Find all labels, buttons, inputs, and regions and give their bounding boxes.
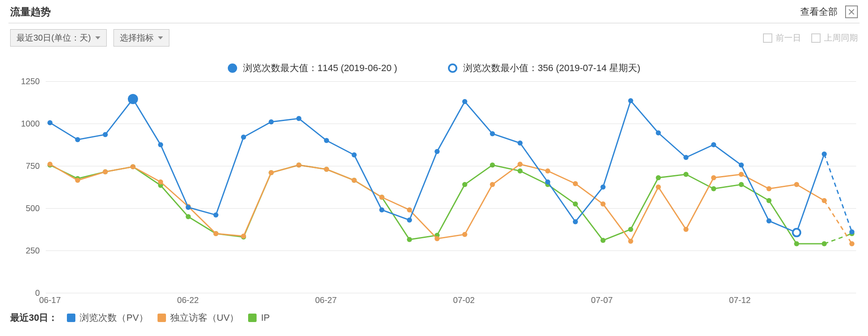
data-point[interactable] xyxy=(656,130,661,135)
x-axis-tick: 07-12 xyxy=(729,295,751,305)
data-point[interactable] xyxy=(766,186,771,191)
gridline xyxy=(46,124,856,124)
data-point[interactable] xyxy=(711,186,716,191)
data-point[interactable] xyxy=(407,237,412,242)
data-point[interactable] xyxy=(213,212,218,218)
data-point[interactable] xyxy=(656,175,661,180)
data-point[interactable] xyxy=(103,169,108,174)
x-axis-tick: 07-02 xyxy=(453,295,475,305)
data-point[interactable] xyxy=(545,179,550,185)
checkbox-icon xyxy=(811,33,821,43)
data-point[interactable] xyxy=(573,181,578,186)
data-point[interactable] xyxy=(628,98,633,103)
data-point[interactable] xyxy=(656,185,661,190)
data-point[interactable] xyxy=(351,152,357,157)
legend-bottom: 最近30日： 浏览次数（PV） 独立访客（UV） IP xyxy=(0,307,868,324)
data-point[interactable] xyxy=(407,218,412,223)
data-point[interactable] xyxy=(75,178,80,183)
ip-swatch-icon xyxy=(248,314,257,322)
data-point[interactable] xyxy=(822,241,827,246)
data-point[interactable] xyxy=(683,155,688,160)
data-point[interactable] xyxy=(490,131,495,136)
period-dropdown-label: 最近30日(单位：天) xyxy=(17,32,91,44)
data-point[interactable] xyxy=(351,178,357,183)
view-all-link[interactable]: 查看全部 xyxy=(800,6,838,18)
data-point[interactable] xyxy=(379,195,384,200)
data-point[interactable] xyxy=(683,227,688,232)
data-point[interactable] xyxy=(268,170,274,175)
data-point[interactable] xyxy=(324,138,329,143)
pv-swatch-icon xyxy=(67,314,75,322)
data-point[interactable] xyxy=(75,137,80,142)
data-point[interactable] xyxy=(628,239,633,244)
data-point[interactable] xyxy=(434,236,440,241)
data-point[interactable] xyxy=(517,168,522,174)
data-point[interactable] xyxy=(739,172,744,177)
panel-title: 流量趋势 xyxy=(10,5,51,19)
x-axis-tick: 07-07 xyxy=(591,295,613,305)
chevron-down-icon xyxy=(95,36,100,39)
metric-dropdown[interactable]: 选择指标 xyxy=(113,29,169,47)
y-axis-tick: 750 xyxy=(26,161,40,171)
data-point[interactable] xyxy=(186,214,191,219)
data-point[interactable] xyxy=(186,205,191,210)
data-point[interactable] xyxy=(794,241,799,246)
y-axis-tick: 1250 xyxy=(21,77,40,86)
data-point[interactable] xyxy=(849,229,854,234)
data-point[interactable] xyxy=(241,135,246,140)
data-point[interactable] xyxy=(130,164,135,169)
data-point[interactable] xyxy=(600,201,605,207)
data-point[interactable] xyxy=(324,167,329,172)
data-point[interactable] xyxy=(103,132,108,137)
series-line-dashed xyxy=(824,201,852,244)
data-point[interactable] xyxy=(296,116,301,121)
data-point[interactable] xyxy=(462,232,467,237)
data-point[interactable] xyxy=(573,219,578,224)
data-point[interactable] xyxy=(766,198,771,203)
data-point[interactable] xyxy=(628,227,633,232)
data-point[interactable] xyxy=(241,234,246,239)
data-point[interactable] xyxy=(462,182,467,187)
legend-uv[interactable]: 独立访客（UV） xyxy=(158,311,239,324)
data-point[interactable] xyxy=(573,201,578,207)
prev-day-checkbox[interactable]: 前一日 xyxy=(763,32,801,44)
data-point[interactable] xyxy=(822,198,827,203)
data-point[interactable] xyxy=(794,182,799,187)
legend-uv-label: 独立访客（UV） xyxy=(170,311,239,324)
data-point[interactable] xyxy=(47,120,53,125)
x-axis-tick: 06-17 xyxy=(39,295,61,305)
data-point[interactable] xyxy=(739,162,744,168)
data-point[interactable] xyxy=(739,182,744,187)
period-dropdown[interactable]: 最近30日(单位：天) xyxy=(10,29,107,47)
data-point[interactable] xyxy=(517,140,522,146)
data-point[interactable] xyxy=(600,185,605,190)
data-point[interactable] xyxy=(158,179,163,185)
series-line xyxy=(50,164,824,241)
data-point[interactable] xyxy=(490,182,495,187)
last-week-checkbox[interactable]: 上周同期 xyxy=(811,32,858,44)
max-dot-icon xyxy=(228,63,237,73)
data-point[interactable] xyxy=(158,142,163,147)
data-point[interactable] xyxy=(711,142,716,147)
checkbox-icon xyxy=(763,33,772,43)
legend-max-label: 浏览次数最大值：1145 (2019-06-20 ) xyxy=(243,62,397,74)
data-point[interactable] xyxy=(822,151,827,157)
data-point[interactable] xyxy=(490,162,495,168)
close-icon[interactable] xyxy=(845,6,858,18)
gridline xyxy=(46,81,856,82)
legend-ip[interactable]: IP xyxy=(248,312,270,323)
data-point[interactable] xyxy=(711,175,716,180)
legend-pv[interactable]: 浏览次数（PV） xyxy=(67,311,148,324)
data-point[interactable] xyxy=(600,238,605,243)
data-point[interactable] xyxy=(683,172,688,177)
data-point[interactable] xyxy=(545,168,550,174)
data-point[interactable] xyxy=(766,218,771,223)
data-point[interactable] xyxy=(462,99,467,104)
min-point-marker[interactable] xyxy=(793,229,800,237)
chart-area: 025050075010001250 xyxy=(12,81,856,293)
data-point[interactable] xyxy=(296,162,301,168)
data-point[interactable] xyxy=(434,149,440,154)
data-point[interactable] xyxy=(213,231,218,236)
data-point[interactable] xyxy=(849,241,854,246)
max-point-marker[interactable] xyxy=(128,94,138,104)
